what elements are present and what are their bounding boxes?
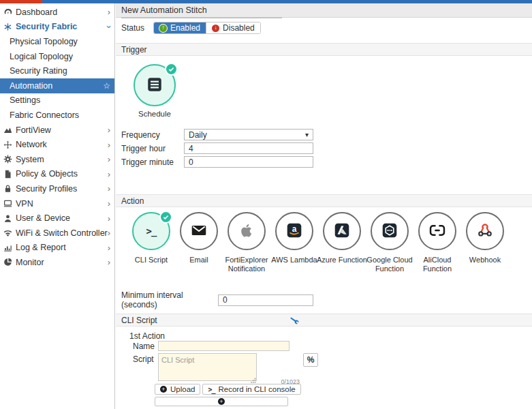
status-disabled-label: Disabled xyxy=(223,23,255,33)
page-title: New Automation Stitch xyxy=(121,5,207,15)
sidebar-item-monitor[interactable]: Monitor› xyxy=(0,255,114,270)
field-row-trigger-hour: Trigger hour xyxy=(121,142,313,154)
sidebar-item-label: Physical Topology xyxy=(10,37,110,46)
action-circle[interactable] xyxy=(466,212,504,250)
action-circle[interactable] xyxy=(323,212,361,250)
sidebar-item-network[interactable]: Network› xyxy=(0,137,114,152)
wrench-icon[interactable] xyxy=(290,316,299,327)
sidebar-item-label: Logical Topology xyxy=(10,52,110,61)
sidebar-item-physical-topology[interactable]: Physical Topology xyxy=(0,34,114,49)
sidebar-item-label: Policy & Objects xyxy=(16,169,108,179)
security-fabric-icon xyxy=(3,22,13,31)
sidebar-item-settings[interactable]: Settings xyxy=(0,93,114,108)
sidebar-item-user-device[interactable]: User & Device› xyxy=(0,211,114,226)
action-circle[interactable]: >_ xyxy=(132,212,170,250)
field-row-frequency: FrequencyDaily▾ xyxy=(121,129,313,140)
chevron-right-icon: › xyxy=(108,125,110,134)
action-circle[interactable] xyxy=(180,212,218,250)
chevron-down-icon: › xyxy=(104,25,113,28)
sidebar-item-system[interactable]: System› xyxy=(0,152,114,167)
action-option-azure-function[interactable]: Azure Function xyxy=(318,212,366,273)
action-circle[interactable] xyxy=(228,212,266,250)
status-enabled-button[interactable]: ↑ Enabled xyxy=(154,22,206,33)
policy-icon xyxy=(3,169,13,179)
upload-button[interactable]: + Upload xyxy=(155,384,200,395)
chevron-right-icon: › xyxy=(108,258,110,267)
trigger-hour-input[interactable] xyxy=(184,142,313,154)
action-option-google-cloud-function[interactable]: Google Cloud Function xyxy=(366,212,413,273)
sidebar-item-wifi-switch-controller[interactable]: WiFi & Switch Controller› xyxy=(0,226,114,241)
schedule-circle[interactable] xyxy=(134,64,176,106)
plus-circle-icon: + xyxy=(160,386,167,393)
first-action-label: 1st Action xyxy=(129,331,165,341)
action-section-label: Action xyxy=(121,196,144,206)
script-label: Script xyxy=(129,354,158,364)
status-row: Status ↑ Enabled ↓ Disabled xyxy=(121,22,261,34)
user-icon xyxy=(3,213,13,223)
email-envelope-icon xyxy=(190,222,208,241)
selected-check-icon xyxy=(165,63,178,76)
favorite-star-icon[interactable]: ☆ xyxy=(103,81,110,91)
action-option-label: Azure Function xyxy=(317,256,367,264)
action-option-label: Email xyxy=(174,256,224,264)
record-cli-console-button[interactable]: >_ Record in CLI console xyxy=(202,384,300,395)
chevron-right-icon: › xyxy=(108,243,110,252)
sidebar-item-label: Security Fabric xyxy=(16,22,108,31)
sidebar-item-vpn[interactable]: VPN› xyxy=(0,196,114,211)
action-option-label: AWS Lambda xyxy=(269,256,319,264)
action-option-fortiexplorer-notification[interactable]: FortiExplorer Notification xyxy=(223,212,270,273)
monitor-icon xyxy=(3,258,13,267)
chevron-right-icon: › xyxy=(108,228,110,237)
sidebar-item-label: FortiView xyxy=(16,125,108,135)
chevron-right-icon: › xyxy=(108,199,110,208)
sidebar-item-label: VPN xyxy=(16,199,108,209)
status-enabled-label: Enabled xyxy=(170,23,200,33)
add-action-button[interactable]: + xyxy=(155,397,288,406)
sidebar-item-label: Log & Report xyxy=(16,243,108,252)
script-field-wrap: % 0/1023 xyxy=(158,353,257,383)
status-disabled-button[interactable]: ↓ Disabled xyxy=(206,22,260,33)
sidebar-item-label: Network xyxy=(16,140,108,149)
action-circle[interactable]: a xyxy=(275,212,313,250)
chevron-right-icon: › xyxy=(108,184,110,193)
google-cloud-icon xyxy=(381,222,398,241)
sidebar-item-security-profiles[interactable]: Security Profiles› xyxy=(0,181,114,196)
script-textarea[interactable] xyxy=(158,353,257,381)
trigger-option-schedule[interactable]: Schedule xyxy=(131,64,178,118)
action-circle[interactable] xyxy=(418,212,456,250)
action-option-webhook[interactable]: Webhook xyxy=(461,212,509,273)
top-accent-bar xyxy=(0,0,532,3)
sidebar-item-fabric-connectors[interactable]: Fabric Connectors xyxy=(0,108,114,123)
sidebar-nav: Dashboard›Security Fabric›Physical Topol… xyxy=(0,3,115,409)
action-option-cli-script[interactable]: >_CLI Script xyxy=(127,212,175,273)
upload-label: Upload xyxy=(170,385,195,393)
trigger-fields: FrequencyDaily▾Trigger hourTrigger minut… xyxy=(121,129,313,170)
enabled-arrow-up-icon: ↑ xyxy=(159,25,167,32)
field-label: Trigger minute xyxy=(121,157,184,167)
action-name-input[interactable] xyxy=(158,341,290,351)
sidebar-item-log-report[interactable]: Log & Report› xyxy=(0,241,114,256)
field-row-trigger-minute: Trigger minute xyxy=(121,156,313,168)
sidebar-item-logical-topology[interactable]: Logical Topology xyxy=(0,49,114,64)
sidebar-item-label: Dashboard xyxy=(16,7,108,17)
action-option-email[interactable]: Email xyxy=(175,212,223,273)
sidebar-item-policy-objects[interactable]: Policy & Objects› xyxy=(0,167,114,182)
min-interval-label: Minimum interval (seconds) xyxy=(121,290,218,309)
status-toggle: ↑ Enabled ↓ Disabled xyxy=(153,22,261,34)
field-label: Frequency xyxy=(121,130,184,140)
add-action-plus-icon: + xyxy=(218,398,225,405)
action-option-alicloud-function[interactable]: AliCloud Function xyxy=(413,212,461,273)
sidebar-item-fortiview[interactable]: FortiView› xyxy=(0,123,114,138)
frequency-select[interactable]: Daily▾ xyxy=(184,129,313,140)
sidebar-item-label: Security Profiles xyxy=(16,184,108,194)
sidebar-item-dashboard[interactable]: Dashboard› xyxy=(0,5,114,20)
sidebar-item-security-rating[interactable]: Security Rating xyxy=(0,63,114,78)
sidebar-item-security-fabric[interactable]: Security Fabric› xyxy=(0,20,114,35)
action-circle[interactable] xyxy=(371,212,409,250)
insert-variable-button[interactable]: % xyxy=(303,353,318,367)
trigger-minute-input[interactable] xyxy=(184,156,313,168)
sidebar-item-automation[interactable]: Automation☆ xyxy=(0,78,114,93)
min-interval-input[interactable] xyxy=(218,294,313,306)
action-option-aws-lambda[interactable]: aAWS Lambda xyxy=(270,212,318,273)
webhook-icon xyxy=(476,222,494,241)
